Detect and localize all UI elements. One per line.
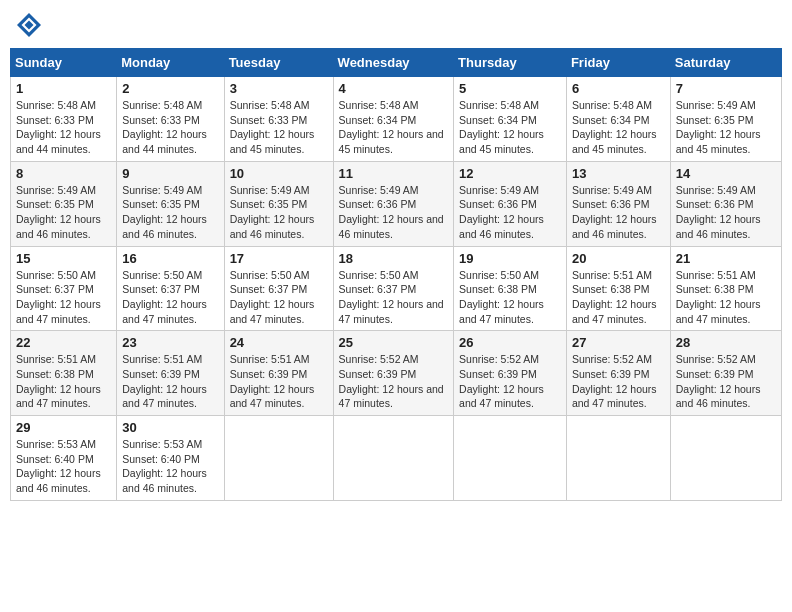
day-cell: 2Sunrise: 5:48 AMSunset: 6:33 PMDaylight…	[117, 77, 224, 162]
logo	[14, 10, 48, 40]
day-number: 26	[459, 335, 561, 350]
day-info: Sunrise: 5:49 AMSunset: 6:35 PMDaylight:…	[122, 183, 218, 242]
day-number: 12	[459, 166, 561, 181]
day-info: Sunrise: 5:48 AMSunset: 6:33 PMDaylight:…	[16, 98, 111, 157]
day-number: 30	[122, 420, 218, 435]
day-number: 14	[676, 166, 776, 181]
page-header	[10, 10, 782, 40]
col-monday: Monday	[117, 49, 224, 77]
week-row-4: 22Sunrise: 5:51 AMSunset: 6:38 PMDayligh…	[11, 331, 782, 416]
day-cell: 8Sunrise: 5:49 AMSunset: 6:35 PMDaylight…	[11, 161, 117, 246]
day-info: Sunrise: 5:49 AMSunset: 6:36 PMDaylight:…	[459, 183, 561, 242]
day-number: 16	[122, 251, 218, 266]
day-number: 25	[339, 335, 449, 350]
day-cell: 27Sunrise: 5:52 AMSunset: 6:39 PMDayligh…	[566, 331, 670, 416]
day-info: Sunrise: 5:51 AMSunset: 6:39 PMDaylight:…	[122, 352, 218, 411]
day-cell: 24Sunrise: 5:51 AMSunset: 6:39 PMDayligh…	[224, 331, 333, 416]
day-cell	[454, 416, 567, 501]
day-cell: 15Sunrise: 5:50 AMSunset: 6:37 PMDayligh…	[11, 246, 117, 331]
day-info: Sunrise: 5:49 AMSunset: 6:36 PMDaylight:…	[572, 183, 665, 242]
day-info: Sunrise: 5:52 AMSunset: 6:39 PMDaylight:…	[459, 352, 561, 411]
day-number: 21	[676, 251, 776, 266]
day-cell: 17Sunrise: 5:50 AMSunset: 6:37 PMDayligh…	[224, 246, 333, 331]
day-info: Sunrise: 5:49 AMSunset: 6:36 PMDaylight:…	[676, 183, 776, 242]
week-row-1: 1Sunrise: 5:48 AMSunset: 6:33 PMDaylight…	[11, 77, 782, 162]
day-info: Sunrise: 5:53 AMSunset: 6:40 PMDaylight:…	[16, 437, 111, 496]
day-info: Sunrise: 5:48 AMSunset: 6:34 PMDaylight:…	[459, 98, 561, 157]
week-row-2: 8Sunrise: 5:49 AMSunset: 6:35 PMDaylight…	[11, 161, 782, 246]
day-cell: 22Sunrise: 5:51 AMSunset: 6:38 PMDayligh…	[11, 331, 117, 416]
day-info: Sunrise: 5:51 AMSunset: 6:38 PMDaylight:…	[572, 268, 665, 327]
day-number: 22	[16, 335, 111, 350]
day-number: 13	[572, 166, 665, 181]
day-number: 5	[459, 81, 561, 96]
logo-icon	[14, 10, 44, 40]
col-wednesday: Wednesday	[333, 49, 454, 77]
day-info: Sunrise: 5:50 AMSunset: 6:37 PMDaylight:…	[122, 268, 218, 327]
day-number: 29	[16, 420, 111, 435]
day-number: 7	[676, 81, 776, 96]
day-cell: 3Sunrise: 5:48 AMSunset: 6:33 PMDaylight…	[224, 77, 333, 162]
day-cell: 28Sunrise: 5:52 AMSunset: 6:39 PMDayligh…	[670, 331, 781, 416]
day-cell: 7Sunrise: 5:49 AMSunset: 6:35 PMDaylight…	[670, 77, 781, 162]
day-info: Sunrise: 5:49 AMSunset: 6:35 PMDaylight:…	[230, 183, 328, 242]
day-number: 23	[122, 335, 218, 350]
day-info: Sunrise: 5:51 AMSunset: 6:39 PMDaylight:…	[230, 352, 328, 411]
day-info: Sunrise: 5:49 AMSunset: 6:35 PMDaylight:…	[676, 98, 776, 157]
col-saturday: Saturday	[670, 49, 781, 77]
day-cell: 26Sunrise: 5:52 AMSunset: 6:39 PMDayligh…	[454, 331, 567, 416]
day-cell: 21Sunrise: 5:51 AMSunset: 6:38 PMDayligh…	[670, 246, 781, 331]
week-row-5: 29Sunrise: 5:53 AMSunset: 6:40 PMDayligh…	[11, 416, 782, 501]
col-tuesday: Tuesday	[224, 49, 333, 77]
calendar-table: Sunday Monday Tuesday Wednesday Thursday…	[10, 48, 782, 501]
day-cell: 9Sunrise: 5:49 AMSunset: 6:35 PMDaylight…	[117, 161, 224, 246]
day-cell: 4Sunrise: 5:48 AMSunset: 6:34 PMDaylight…	[333, 77, 454, 162]
day-number: 17	[230, 251, 328, 266]
day-cell: 25Sunrise: 5:52 AMSunset: 6:39 PMDayligh…	[333, 331, 454, 416]
day-number: 3	[230, 81, 328, 96]
day-info: Sunrise: 5:48 AMSunset: 6:34 PMDaylight:…	[572, 98, 665, 157]
day-cell: 13Sunrise: 5:49 AMSunset: 6:36 PMDayligh…	[566, 161, 670, 246]
day-number: 2	[122, 81, 218, 96]
day-number: 15	[16, 251, 111, 266]
day-cell: 30Sunrise: 5:53 AMSunset: 6:40 PMDayligh…	[117, 416, 224, 501]
day-number: 18	[339, 251, 449, 266]
day-cell	[566, 416, 670, 501]
day-number: 10	[230, 166, 328, 181]
day-cell: 10Sunrise: 5:49 AMSunset: 6:35 PMDayligh…	[224, 161, 333, 246]
day-number: 6	[572, 81, 665, 96]
day-number: 20	[572, 251, 665, 266]
day-number: 8	[16, 166, 111, 181]
day-info: Sunrise: 5:49 AMSunset: 6:35 PMDaylight:…	[16, 183, 111, 242]
day-info: Sunrise: 5:51 AMSunset: 6:38 PMDaylight:…	[676, 268, 776, 327]
day-cell: 1Sunrise: 5:48 AMSunset: 6:33 PMDaylight…	[11, 77, 117, 162]
day-number: 19	[459, 251, 561, 266]
day-info: Sunrise: 5:48 AMSunset: 6:33 PMDaylight:…	[230, 98, 328, 157]
day-info: Sunrise: 5:50 AMSunset: 6:38 PMDaylight:…	[459, 268, 561, 327]
day-cell: 12Sunrise: 5:49 AMSunset: 6:36 PMDayligh…	[454, 161, 567, 246]
col-thursday: Thursday	[454, 49, 567, 77]
day-info: Sunrise: 5:52 AMSunset: 6:39 PMDaylight:…	[572, 352, 665, 411]
day-cell: 20Sunrise: 5:51 AMSunset: 6:38 PMDayligh…	[566, 246, 670, 331]
day-cell	[333, 416, 454, 501]
day-info: Sunrise: 5:51 AMSunset: 6:38 PMDaylight:…	[16, 352, 111, 411]
day-number: 28	[676, 335, 776, 350]
day-info: Sunrise: 5:53 AMSunset: 6:40 PMDaylight:…	[122, 437, 218, 496]
day-cell: 23Sunrise: 5:51 AMSunset: 6:39 PMDayligh…	[117, 331, 224, 416]
day-cell: 19Sunrise: 5:50 AMSunset: 6:38 PMDayligh…	[454, 246, 567, 331]
day-cell: 11Sunrise: 5:49 AMSunset: 6:36 PMDayligh…	[333, 161, 454, 246]
day-number: 9	[122, 166, 218, 181]
day-info: Sunrise: 5:48 AMSunset: 6:33 PMDaylight:…	[122, 98, 218, 157]
day-number: 4	[339, 81, 449, 96]
day-info: Sunrise: 5:52 AMSunset: 6:39 PMDaylight:…	[339, 352, 449, 411]
day-number: 27	[572, 335, 665, 350]
day-number: 24	[230, 335, 328, 350]
day-cell: 18Sunrise: 5:50 AMSunset: 6:37 PMDayligh…	[333, 246, 454, 331]
day-info: Sunrise: 5:50 AMSunset: 6:37 PMDaylight:…	[16, 268, 111, 327]
day-cell: 16Sunrise: 5:50 AMSunset: 6:37 PMDayligh…	[117, 246, 224, 331]
day-number: 11	[339, 166, 449, 181]
day-info: Sunrise: 5:50 AMSunset: 6:37 PMDaylight:…	[230, 268, 328, 327]
day-cell: 29Sunrise: 5:53 AMSunset: 6:40 PMDayligh…	[11, 416, 117, 501]
header-row: Sunday Monday Tuesday Wednesday Thursday…	[11, 49, 782, 77]
day-info: Sunrise: 5:48 AMSunset: 6:34 PMDaylight:…	[339, 98, 449, 157]
